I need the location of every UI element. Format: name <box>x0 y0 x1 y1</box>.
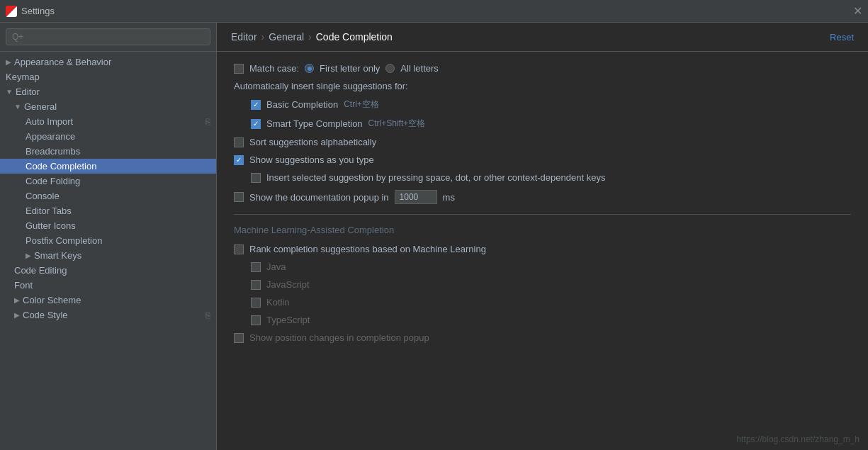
sidebar-item-postfix-completion[interactable]: Postfix Completion <box>0 233 216 248</box>
breadcrumb: Editor › General › Code Completion <box>231 31 393 43</box>
show-position-checkbox[interactable] <box>234 333 244 343</box>
app-icon <box>6 6 17 17</box>
show-doc-popup-checkbox[interactable] <box>234 192 244 202</box>
auto-insert-label: Automatically insert single suggestions … <box>234 81 851 91</box>
sidebar-item-label: Gutter Icons <box>26 220 210 231</box>
sidebar-item-editor-tabs[interactable]: Editor Tabs <box>0 203 216 218</box>
sidebar-item-label: Postfix Completion <box>26 235 210 246</box>
settings-body: Match case: First letter only All letter… <box>217 52 868 450</box>
kotlin-checkbox[interactable] <box>251 298 261 308</box>
first-letter-radio[interactable] <box>305 64 314 73</box>
sidebar-item-appearance-behavior[interactable]: ▶ Appearance & Behavior <box>0 55 216 69</box>
copy-icon: ⎘ <box>205 117 210 127</box>
sidebar-item-label: Breadcrumbs <box>26 146 210 157</box>
javascript-checkbox[interactable] <box>251 280 261 290</box>
all-letters-radio[interactable] <box>385 64 395 73</box>
reset-button[interactable]: Reset <box>830 32 854 43</box>
typescript-row: TypeScript <box>251 315 851 325</box>
rank-ml-checkbox[interactable] <box>234 244 244 254</box>
main-layout: ▶ Appearance & Behavior Keymap ▼ Editor … <box>0 23 868 450</box>
arrow-icon: ▶ <box>14 311 20 319</box>
insert-selected-checkbox[interactable] <box>251 173 261 183</box>
arrow-icon: ▼ <box>6 88 13 96</box>
smart-type-shortcut: Ctrl+Shift+空格 <box>368 118 426 130</box>
match-case-checkbox[interactable] <box>234 64 244 74</box>
url-watermark: https://blog.csdn.net/zhang_m_h <box>737 434 859 444</box>
sort-suggestions-row: Sort suggestions alphabetically <box>234 137 851 147</box>
sidebar-item-appearance[interactable]: Appearance <box>0 129 216 144</box>
sidebar-item-smart-keys[interactable]: ▶ Smart Keys <box>0 248 216 263</box>
nav-tree: ▶ Appearance & Behavior Keymap ▼ Editor … <box>0 52 216 450</box>
copy-icon: ⎘ <box>205 310 210 320</box>
separator <box>234 214 851 215</box>
show-doc-popup-unit: ms <box>443 192 455 203</box>
sidebar-item-font[interactable]: Font <box>0 278 216 293</box>
rank-ml-label: Rank completion suggestions based on Mac… <box>249 244 486 254</box>
sidebar-item-label: Appearance & Behavior <box>14 57 210 67</box>
sort-suggestions-label: Sort suggestions alphabetically <box>249 137 376 147</box>
sort-suggestions-checkbox[interactable] <box>234 137 244 147</box>
match-case-label: Match case: <box>249 63 299 74</box>
sidebar-item-color-scheme[interactable]: ▶ Color Scheme <box>0 293 216 308</box>
java-label: Java <box>266 261 286 272</box>
sidebar-item-keymap[interactable]: Keymap <box>0 69 216 84</box>
smart-type-label: Smart Type Completion <box>266 118 363 129</box>
sidebar-item-label: Font <box>14 280 210 291</box>
search-input[interactable] <box>6 28 210 45</box>
all-letters-label: All letters <box>400 63 438 74</box>
breadcrumb-sep1: › <box>261 31 265 43</box>
smart-type-row: Smart Type Completion Ctrl+Shift+空格 <box>251 118 851 130</box>
show-doc-popup-label: Show the documentation popup in <box>249 192 389 203</box>
javascript-row: JavaScript <box>251 279 851 290</box>
show-suggestions-row: Show suggestions as you type <box>234 154 851 165</box>
typescript-label: TypeScript <box>266 315 310 325</box>
rank-ml-row: Rank completion suggestions based on Mac… <box>234 244 851 254</box>
show-position-row: Show position changes in completion popu… <box>234 332 851 343</box>
sidebar-item-label: Code Completion <box>26 161 210 171</box>
sidebar-item-auto-import[interactable]: Auto Import ⎘ <box>0 114 216 129</box>
sidebar-item-label: Code Editing <box>14 265 210 276</box>
sidebar-item-code-style[interactable]: ▶ Code Style ⎘ <box>0 308 216 322</box>
sidebar-item-code-folding[interactable]: Code Folding <box>0 174 216 189</box>
basic-completion-row: Basic Completion Ctrl+空格 <box>251 99 851 111</box>
sidebar-item-breadcrumbs[interactable]: Breadcrumbs <box>0 144 216 159</box>
sidebar-item-label: Code Folding <box>26 176 210 186</box>
breadcrumb-current: Code Completion <box>316 31 393 43</box>
basic-completion-label: Basic Completion <box>266 99 338 110</box>
sidebar-item-code-completion[interactable]: Code Completion <box>0 159 216 174</box>
breadcrumb-editor: Editor <box>231 31 257 43</box>
smart-type-checkbox[interactable] <box>251 119 261 129</box>
show-doc-popup-input[interactable] <box>395 190 437 204</box>
sidebar-item-label: Editor <box>16 86 210 97</box>
show-suggestions-checkbox[interactable] <box>234 155 244 165</box>
sidebar-item-label: General <box>24 101 210 112</box>
java-checkbox[interactable] <box>251 262 261 272</box>
sidebar-item-general[interactable]: ▼ General <box>0 99 216 114</box>
sidebar-item-label: Auto Import <box>26 116 205 127</box>
breadcrumb-sep2: › <box>308 31 312 43</box>
sidebar-item-gutter-icons[interactable]: Gutter Icons <box>0 218 216 233</box>
sidebar-item-code-editing[interactable]: Code Editing <box>0 263 216 278</box>
kotlin-row: Kotlin <box>251 297 851 308</box>
show-position-label: Show position changes in completion popu… <box>249 332 429 343</box>
sidebar-item-label: Color Scheme <box>23 295 210 305</box>
match-case-row: Match case: First letter only All letter… <box>234 63 851 74</box>
sidebar-item-label: Console <box>26 191 210 201</box>
ml-section-title: Machine Learning-Assisted Completion <box>234 225 851 235</box>
typescript-checkbox[interactable] <box>251 315 261 325</box>
kotlin-label: Kotlin <box>266 297 290 308</box>
search-box <box>0 23 216 52</box>
close-button[interactable]: ✕ <box>853 6 862 17</box>
first-letter-label: First letter only <box>320 63 380 74</box>
sidebar-item-console[interactable]: Console <box>0 189 216 203</box>
sidebar: ▶ Appearance & Behavior Keymap ▼ Editor … <box>0 23 217 450</box>
basic-completion-checkbox[interactable] <box>251 100 261 110</box>
sidebar-item-editor[interactable]: ▼ Editor <box>0 84 216 99</box>
arrow-icon: ▶ <box>26 252 31 259</box>
java-row: Java <box>251 261 851 272</box>
insert-selected-row: Insert selected suggestion by pressing s… <box>251 172 851 183</box>
arrow-icon: ▼ <box>14 103 21 111</box>
titlebar-left: Settings <box>6 6 55 17</box>
arrow-icon: ▶ <box>14 296 20 304</box>
show-doc-popup-row: Show the documentation popup in ms <box>234 190 851 204</box>
